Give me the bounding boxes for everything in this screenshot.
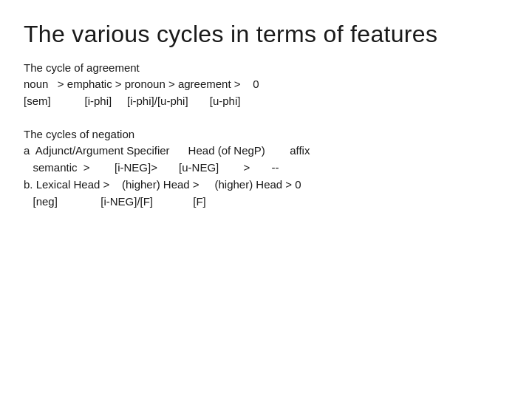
negation-line-1: a Adjunct/Argument Specifier Head (of Ne… [24, 142, 508, 159]
section-negation-title: The cycles of negation [24, 128, 508, 140]
negation-line-3: b. Lexical Head > (higher) Head > (highe… [24, 176, 508, 193]
agreement-line-1: noun > emphatic > pronoun > agreement > … [24, 75, 508, 92]
agreement-line-2: [sem] [i-phi] [i-phi]/[u-phi] [u-phi] [24, 92, 508, 109]
section-agreement-title: The cycle of agreement [24, 61, 508, 74]
slide: The various cycles in terms of features … [0, 0, 532, 399]
negation-line-4: [neg] [i-NEG]/[F] [F] [24, 193, 508, 210]
section-negation: The cycles of negation a Adjunct/Argumen… [24, 128, 508, 211]
negation-line-2: semantic > [i-NEG]> [u-NEG] > -- [24, 159, 508, 176]
main-title: The various cycles in terms of features [24, 21, 508, 48]
section-agreement: The cycle of agreement noun > emphatic >… [24, 61, 508, 110]
